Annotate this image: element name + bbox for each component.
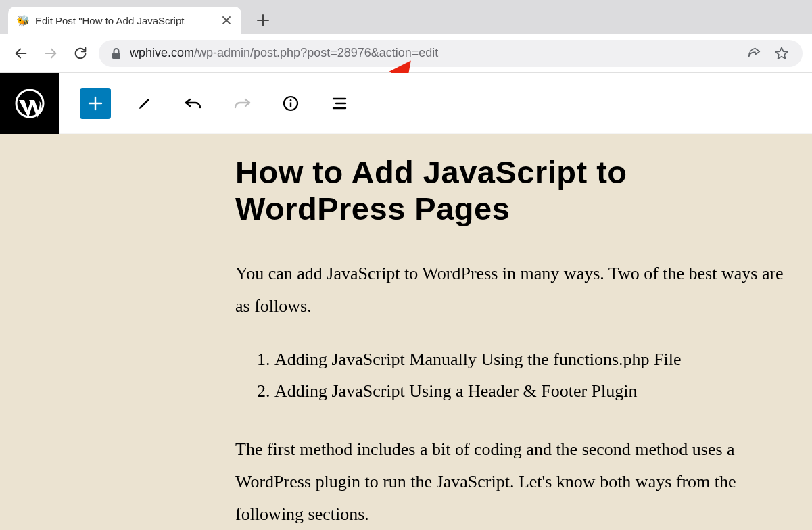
tab-strip: 🐝 Edit Post "How to Add JavaScript (0, 0, 812, 34)
address-row: wphive.com/wp-admin/post.php?post=28976&… (0, 34, 812, 73)
url-path: /wp-admin/post.php?post=28976&action=edi… (194, 46, 438, 59)
tab-title: Edit Post "How to Add JavaScript (35, 15, 214, 26)
post-outro-paragraph[interactable]: The first method includes a bit of codin… (235, 433, 785, 530)
close-tab-button[interactable] (220, 14, 233, 27)
post-title[interactable]: How to Add JavaScript to WordPress Pages (235, 154, 785, 227)
editor-toolbar (59, 73, 812, 134)
undo-button[interactable] (178, 89, 208, 118)
lock-icon (111, 47, 122, 59)
outline-button[interactable] (325, 89, 354, 118)
info-button[interactable] (276, 89, 306, 118)
edit-mode-button[interactable] (130, 89, 160, 118)
browser-tab[interactable]: 🐝 Edit Post "How to Add JavaScript (8, 7, 241, 34)
share-icon[interactable] (746, 45, 763, 62)
editor-wrap: How to Add JavaScript to WordPress Pages… (0, 73, 812, 530)
reload-button[interactable] (69, 42, 92, 65)
redo-button (227, 89, 257, 118)
wordpress-icon (15, 89, 45, 118)
post-intro-paragraph[interactable]: You can add JavaScript to WordPress in m… (235, 258, 785, 322)
svg-rect-5 (290, 102, 291, 107)
new-tab-button[interactable] (252, 9, 274, 31)
list-item[interactable]: Adding JavaScript Using a Header & Foote… (274, 376, 785, 408)
left-col (0, 73, 59, 530)
wordpress-logo-button[interactable] (0, 73, 59, 134)
svg-point-4 (290, 99, 292, 101)
editor-main: How to Add JavaScript to WordPress Pages… (59, 73, 812, 530)
add-block-button[interactable] (80, 88, 111, 119)
address-bar[interactable]: wphive.com/wp-admin/post.php?post=28976&… (99, 40, 803, 67)
post-content[interactable]: How to Add JavaScript to WordPress Pages… (59, 134, 812, 530)
back-button[interactable] (9, 42, 32, 65)
url-text: wphive.com/wp-admin/post.php?post=28976&… (130, 46, 438, 60)
post-body[interactable]: You can add JavaScript to WordPress in m… (235, 258, 785, 530)
tab-favicon: 🐝 (16, 14, 30, 27)
bookmark-star-icon[interactable] (773, 45, 790, 62)
browser-chrome: 🐝 Edit Post "How to Add JavaScript wphiv… (0, 0, 812, 73)
list-item[interactable]: Adding JavaScript Manually Using the fun… (274, 344, 785, 376)
svg-rect-0 (112, 53, 120, 59)
forward-button (39, 42, 62, 65)
url-domain: wphive.com (130, 46, 194, 59)
methods-list[interactable]: Adding JavaScript Manually Using the fun… (235, 344, 785, 408)
